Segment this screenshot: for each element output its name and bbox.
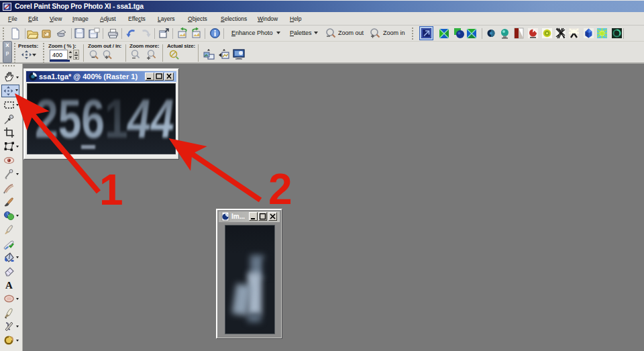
svg-text:2: 2: [268, 165, 292, 213]
svg-text:1: 1: [99, 166, 123, 214]
